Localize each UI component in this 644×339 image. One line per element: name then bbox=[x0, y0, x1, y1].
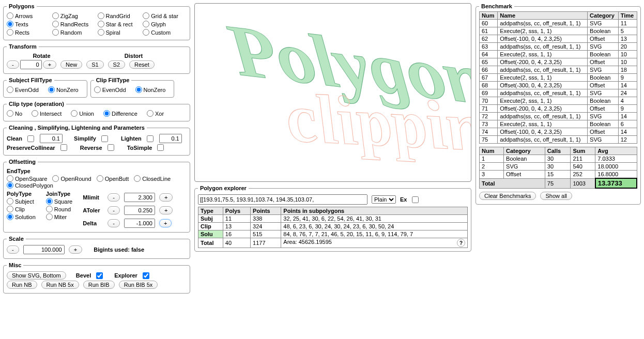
polygon-radio-randgrid[interactable]: RandGrid bbox=[98, 12, 136, 19]
show-all-button[interactable]: Show all bbox=[540, 192, 572, 200]
polygon-radio-arrows[interactable]: Arrows bbox=[7, 12, 45, 19]
jointype-radio-round[interactable]: Round bbox=[46, 206, 72, 212]
rotate-plus-button[interactable]: + bbox=[43, 60, 56, 69]
show-svg-button[interactable]: Show SVG, Bottom bbox=[7, 271, 66, 280]
new-button[interactable]: New bbox=[60, 60, 82, 69]
benchmark-header: Time bbox=[618, 12, 637, 20]
polygon-radio-randrects[interactable]: RandRects bbox=[52, 21, 91, 27]
polytype-radio-subject[interactable]: Subject bbox=[7, 198, 36, 205]
lighten-label: Lighten bbox=[121, 135, 142, 142]
ex-checkbox[interactable] bbox=[412, 196, 419, 203]
jointype-radio-miter[interactable]: Miter bbox=[46, 213, 72, 220]
table-row: Clip1332448, 6, 23, 6, 30, 24, 30, 24, 2… bbox=[198, 223, 468, 230]
s1-button[interactable]: S1 bbox=[86, 60, 103, 69]
subject-filltype-legend: Subject FillType bbox=[7, 77, 54, 83]
polygon-radio-grid-star[interactable]: Grid & star bbox=[143, 12, 181, 19]
format-select[interactable]: Plain bbox=[372, 195, 396, 204]
polygon-radio-random[interactable]: Random bbox=[52, 29, 91, 36]
clean-checkbox[interactable] bbox=[27, 135, 34, 142]
reset-button[interactable]: Reset bbox=[129, 60, 155, 69]
cliptype-radio-difference[interactable]: Difference bbox=[103, 110, 137, 117]
polygon-data-input[interactable] bbox=[198, 194, 367, 205]
clipft-radio-evenodd[interactable]: EvenOdd bbox=[94, 86, 126, 93]
cliptype-radio-no[interactable]: No bbox=[7, 110, 22, 117]
scale-minus-button[interactable]: - bbox=[7, 245, 19, 254]
endtype-radio-openbutt[interactable]: OpenButt bbox=[97, 176, 129, 182]
offsetting-group: Offsetting EndType OpenSquareOpenRoundOp… bbox=[3, 159, 190, 233]
endtype-radio-opensquare[interactable]: OpenSquare bbox=[7, 176, 47, 182]
lighten-input[interactable] bbox=[159, 134, 182, 143]
jointype-radio-square[interactable]: Square bbox=[46, 198, 72, 205]
run-nb-button[interactable]: Run NB bbox=[7, 281, 37, 289]
table-row: 69addpaths(ss, cc, off_result, 1, 1)SVG2… bbox=[480, 89, 637, 97]
atoler-minus-button[interactable]: - bbox=[108, 206, 120, 214]
summary-header: Category bbox=[504, 147, 545, 155]
rotate-minus-button[interactable]: - bbox=[7, 60, 19, 69]
polygon-radio-custom[interactable]: Custom bbox=[143, 29, 181, 36]
cliptype-radio-xor[interactable]: Xor bbox=[147, 110, 164, 117]
clean-input[interactable] bbox=[40, 134, 63, 143]
tosimple-checkbox[interactable] bbox=[157, 144, 164, 151]
preserve-checkbox[interactable] bbox=[60, 144, 67, 151]
bigints-label: Bigints used: false bbox=[94, 246, 144, 253]
bevel-checkbox[interactable] bbox=[96, 272, 103, 279]
summary-header: Avg bbox=[595, 147, 637, 155]
reverse-label: Reverse bbox=[80, 145, 102, 151]
mlimit-minus-button[interactable]: - bbox=[108, 193, 120, 202]
clipft-radio-nonzero[interactable]: NonZero bbox=[135, 86, 166, 93]
polygon-radio-star-rect[interactable]: Star & rect bbox=[98, 21, 136, 27]
explorer-header: Points bbox=[251, 207, 281, 215]
rotate-input[interactable] bbox=[20, 60, 42, 69]
ex-label: Ex bbox=[400, 196, 407, 203]
polygon-radio-rects[interactable]: Rects bbox=[7, 29, 45, 36]
atoler-plus-button[interactable]: + bbox=[159, 206, 173, 214]
endtype-radio-openround[interactable]: OpenRound bbox=[52, 176, 91, 182]
explorer-checkbox[interactable] bbox=[143, 272, 149, 279]
delta-plus-button[interactable]: + bbox=[159, 219, 172, 227]
endtype-radio-closedpolygon[interactable]: ClosedPolygon bbox=[7, 182, 53, 189]
table-row: 67Execute(2, sss, 1, 1)Boolean9 bbox=[480, 74, 637, 82]
preserve-label: PreserveCollinear bbox=[7, 145, 55, 151]
polygon-radio-glyph[interactable]: Glyph bbox=[143, 21, 181, 27]
atoler-label: AToler bbox=[83, 207, 103, 213]
polygon-radio-spiral[interactable]: Spiral bbox=[98, 29, 136, 36]
scale-legend: Scale bbox=[7, 236, 26, 242]
table-row: 73Execute(2, sss, 1, 1)Boolean6 bbox=[480, 120, 637, 128]
jointype-label: JoinType bbox=[46, 191, 70, 197]
clip-filltype-legend: Clip FillType bbox=[94, 77, 132, 83]
polygon-canvas[interactable]: Polygon clipping bbox=[194, 3, 471, 182]
delta-input[interactable] bbox=[124, 219, 155, 228]
clear-benchmarks-button[interactable]: Clear Benchmarks bbox=[479, 192, 536, 200]
subjft-radio-nonzero[interactable]: NonZero bbox=[48, 86, 79, 93]
polygons-legend: Polygons bbox=[7, 3, 37, 9]
atoler-input[interactable] bbox=[124, 206, 155, 215]
scale-plus-button[interactable]: + bbox=[69, 245, 82, 254]
simplify-checkbox[interactable] bbox=[101, 135, 108, 142]
polygon-radio-zigzag[interactable]: ZigZag bbox=[52, 12, 91, 19]
benchmark-header: Name bbox=[498, 12, 588, 20]
run-nb-5x-button[interactable]: Run NB 5x bbox=[41, 281, 79, 289]
mlimit-input[interactable] bbox=[124, 193, 155, 202]
cliptype-radio-intersect[interactable]: Intersect bbox=[32, 110, 62, 117]
s2-button[interactable]: S2 bbox=[108, 60, 125, 69]
explorer-header: Type bbox=[198, 207, 223, 215]
explorer-header: Points in subpolygons bbox=[281, 207, 468, 215]
table-row: 71Offset(-200, 0, 4, 2.3,25)Offset9 bbox=[480, 105, 637, 113]
lighten-checkbox[interactable] bbox=[147, 135, 154, 142]
endtype-radio-closedline[interactable]: ClosedLine bbox=[134, 176, 171, 182]
reverse-checkbox[interactable] bbox=[108, 144, 114, 151]
delta-minus-button[interactable]: - bbox=[108, 219, 120, 227]
scale-input[interactable] bbox=[23, 245, 65, 254]
clean-label: Clean bbox=[7, 135, 22, 142]
explorer-header: Polys bbox=[223, 207, 250, 215]
subjft-radio-evenodd[interactable]: EvenOdd bbox=[7, 86, 39, 93]
mlimit-plus-button[interactable]: + bbox=[159, 193, 173, 202]
run-bib-button[interactable]: Run BIB bbox=[83, 281, 115, 289]
polytype-radio-clip[interactable]: Clip bbox=[7, 206, 36, 212]
cliptype-radio-union[interactable]: Union bbox=[71, 110, 94, 117]
run-bib-5x-button[interactable]: Run BIB 5x bbox=[119, 281, 158, 289]
help-icon[interactable]: ? bbox=[457, 239, 465, 247]
polygon-radio-texts[interactable]: Texts bbox=[7, 21, 45, 27]
table-row: 68Offset(-300, 0, 4, 2.3,25)Offset14 bbox=[480, 82, 637, 89]
polytype-radio-solution[interactable]: Solution bbox=[7, 213, 36, 220]
